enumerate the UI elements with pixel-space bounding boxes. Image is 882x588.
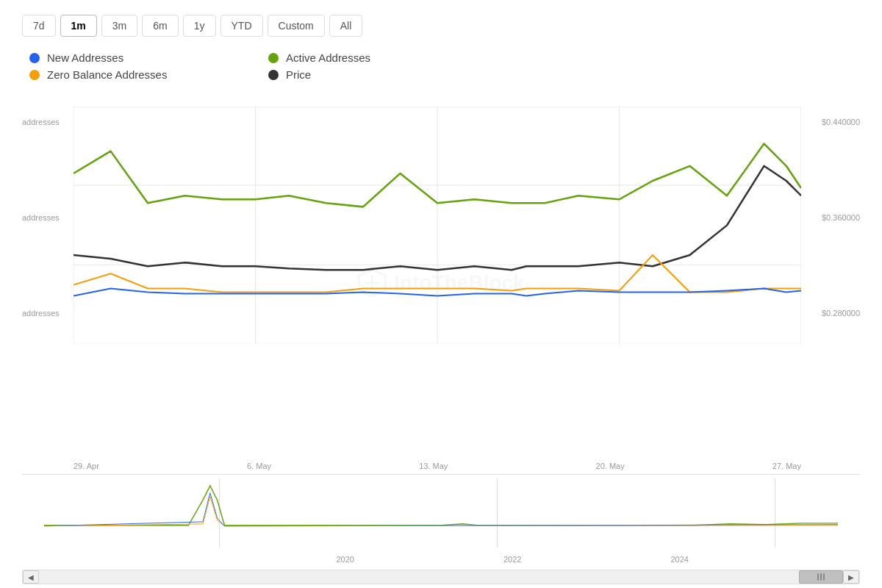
legend-new-addresses[interactable]: New Addresses xyxy=(29,51,224,64)
x-axis: 29. Apr 6. May 13. May 20. May 27. May xyxy=(74,462,801,470)
btn-ytd[interactable]: YTD xyxy=(220,15,263,37)
y-left-mid: addresses xyxy=(22,213,60,222)
chart-area: addresses addresses addresses $0.440000 … xyxy=(22,96,860,588)
main-chart-svg[interactable] xyxy=(74,107,801,344)
scroll-right-button[interactable]: ▶ xyxy=(843,570,859,584)
x-label-1: 6. May xyxy=(247,462,271,470)
mini-x-axis: 2020 2022 2024 xyxy=(44,555,838,564)
scroll-left-button[interactable]: ◀ xyxy=(23,570,39,584)
btn-7d[interactable]: 7d xyxy=(22,15,56,37)
btn-all[interactable]: All xyxy=(329,15,363,37)
btn-1y[interactable]: 1y xyxy=(183,15,216,37)
x-label-2: 13. May xyxy=(419,462,448,470)
mini-x-label-2: 2022 xyxy=(503,555,521,564)
legend-label-price: Price xyxy=(286,68,311,81)
y-left-bot: addresses xyxy=(22,309,60,318)
legend-label-active: Active Addresses xyxy=(286,51,370,64)
y-left-top: addresses xyxy=(22,118,60,126)
legend-label-new: New Addresses xyxy=(47,51,123,64)
legend-label-zero: Zero Balance Addresses xyxy=(47,68,167,81)
legend-dot-zero xyxy=(29,70,40,80)
grip-line-1 xyxy=(817,573,819,581)
mini-x-label-1: 2020 xyxy=(336,555,354,564)
grip-line-2 xyxy=(820,573,822,581)
legend-active-addresses[interactable]: Active Addresses xyxy=(268,51,463,64)
main-chart-wrapper: addresses addresses addresses $0.440000 … xyxy=(22,96,860,470)
scrollbar[interactable]: ◀ ▶ xyxy=(22,570,860,584)
mini-chart-svg[interactable] xyxy=(44,478,838,529)
mini-chart-area: 2020 2022 2024 xyxy=(22,474,860,570)
legend-price[interactable]: Price xyxy=(268,68,463,81)
x-label-4: 27. May xyxy=(772,462,801,470)
time-range-toolbar: 7d 1m 3m 6m 1y YTD Custom All xyxy=(22,15,860,37)
y-right-mid: $0.360000 xyxy=(822,213,860,222)
mini-x-label-3: 2024 xyxy=(670,555,688,564)
scroll-track[interactable] xyxy=(39,570,843,584)
chart-legend: New Addresses Active Addresses Zero Bala… xyxy=(22,51,463,81)
scroll-thumb-grip xyxy=(817,573,825,581)
grip-line-3 xyxy=(823,573,825,581)
legend-zero-balance[interactable]: Zero Balance Addresses xyxy=(29,68,224,81)
btn-6m[interactable]: 6m xyxy=(142,15,178,37)
main-container: 7d 1m 3m 6m 1y YTD Custom All New Addres… xyxy=(0,0,882,588)
btn-3m[interactable]: 3m xyxy=(101,15,137,37)
btn-1m[interactable]: 1m xyxy=(60,15,97,37)
btn-custom[interactable]: Custom xyxy=(268,15,325,37)
y-right-top: $0.440000 xyxy=(822,118,860,126)
x-label-3: 20. May xyxy=(596,462,625,470)
legend-dot-price xyxy=(268,70,279,80)
legend-dot-active xyxy=(268,53,279,63)
scroll-thumb[interactable] xyxy=(799,570,843,584)
x-label-0: 29. Apr xyxy=(74,462,99,470)
y-right-bot: $0.280000 xyxy=(822,309,860,318)
legend-dot-new xyxy=(29,53,40,63)
